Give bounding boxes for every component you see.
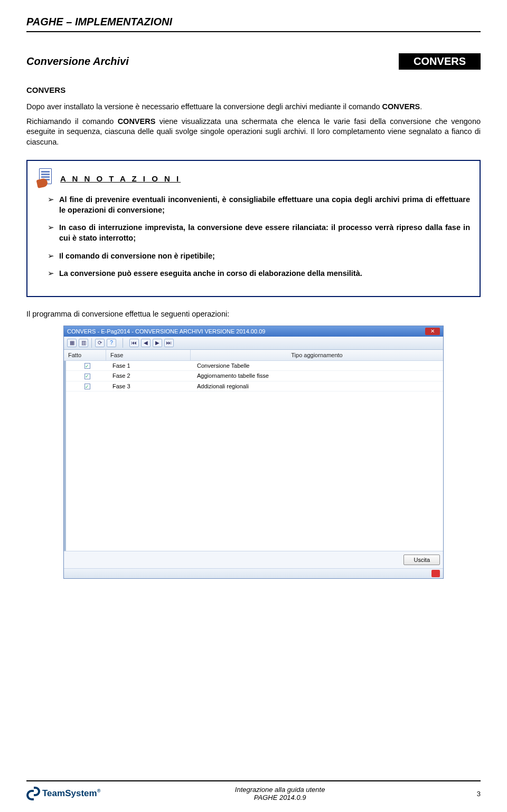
annotations-box: A N N O T A Z I O N I Al fine di preveni… — [26, 160, 481, 297]
refresh-icon[interactable]: ⟳ — [95, 339, 105, 347]
brand-text: TeamSystem — [42, 788, 97, 798]
page-footer: TeamSystem® Integrazione alla guida uten… — [26, 780, 481, 801]
section-title: Conversione Archivi — [26, 55, 129, 68]
annotations-list: Al fine di prevenire eventuali inconveni… — [37, 195, 470, 279]
toolbar-button[interactable]: ▦ — [67, 339, 77, 347]
toolbar-group-left: ▦ ▥ ⟳ ? — [67, 338, 116, 348]
intro-after: Il programma di conversione effettua le … — [26, 310, 481, 318]
page-number: 3 — [459, 790, 481, 798]
app-title: CONVERS - E-Pag2014 - CONVERSIONE ARCHIV… — [67, 328, 265, 335]
para1-pre: Dopo aver installato la versione è neces… — [26, 102, 382, 111]
app-titlebar[interactable]: CONVERS - E-Pag2014 - CONVERSIONE ARCHIV… — [64, 326, 443, 337]
table-row[interactable]: ✓ Fase 2 Aggiornamento tabelle fisse — [66, 371, 443, 381]
col-tipo: Tipo aggiornamento — [191, 350, 443, 360]
footer-line2: PAGHE 2014.0.9 — [100, 794, 459, 801]
checkbox-checked-icon[interactable]: ✓ — [84, 374, 90, 379]
footer-center: Integrazione alla guida utente PAGHE 201… — [100, 786, 459, 801]
page-header-title: PAGHE – IMPLEMENTAZIONI — [26, 16, 172, 27]
exit-button[interactable]: Uscita — [403, 555, 440, 565]
table-row[interactable]: ✓ Fase 3 Addizionali regionali — [66, 381, 443, 392]
first-icon[interactable]: ⏮ — [129, 339, 139, 347]
toolbar-separator — [91, 338, 92, 348]
grid-body: ✓ Fase 1 Conversione Tabelle ✓ Fase 2 Ag… — [64, 361, 443, 551]
para1-bold: CONVERS — [382, 102, 420, 111]
cell-desc: Aggiornamento tabelle fisse — [193, 371, 443, 381]
stop-icon[interactable] — [431, 570, 440, 577]
checkbox-checked-icon[interactable]: ✓ — [84, 384, 90, 389]
brand-name: TeamSystem® — [42, 788, 100, 799]
table-row[interactable]: ✓ Fase 1 Conversione Tabelle — [66, 361, 443, 371]
last-icon[interactable]: ⏭ — [164, 339, 174, 347]
checkbox-checked-icon[interactable]: ✓ — [84, 363, 90, 369]
section-tag: CONVERS — [399, 53, 481, 70]
cell-fase: Fase 1 — [108, 361, 193, 371]
page-header: PAGHE – IMPLEMENTAZIONI — [26, 16, 481, 32]
help-icon[interactable]: ? — [107, 339, 116, 347]
annotation-item: Al fine di prevenire eventuali inconveni… — [48, 195, 470, 215]
status-strip — [64, 568, 443, 578]
cell-fase: Fase 3 — [108, 381, 193, 392]
brand-logo: TeamSystem® — [26, 787, 100, 800]
close-icon[interactable]: ✕ — [425, 328, 440, 335]
cell-desc: Conversione Tabelle — [193, 361, 443, 371]
col-fase: Fase — [106, 350, 191, 360]
grid-header: Fatto Fase Tipo aggiornamento — [64, 350, 443, 361]
annotation-item: La conversione può essere eseguita anche… — [48, 269, 470, 279]
paragraph-1: Dopo aver installato la versione è neces… — [26, 102, 481, 112]
next-icon[interactable]: ▶ — [153, 339, 162, 347]
annotations-title: A N N O T A Z I O N I — [60, 174, 181, 183]
toolbar-button[interactable]: ▥ — [79, 339, 88, 347]
toolbar-separator — [123, 338, 123, 348]
annotation-item: Il comando di conversione non è ripetibi… — [48, 251, 470, 262]
para2-bold: CONVERS — [118, 117, 156, 126]
cell-desc: Addizionali regionali — [193, 381, 443, 392]
section-subhead: CONVERS — [26, 85, 481, 94]
app-window: CONVERS - E-Pag2014 - CONVERSIONE ARCHIV… — [63, 326, 444, 579]
note-icon — [37, 168, 55, 188]
prev-icon[interactable]: ◀ — [141, 339, 151, 347]
app-toolbar: ▦ ▥ ⟳ ? ⏮ ◀ ▶ ⏭ — [64, 337, 443, 350]
brand-logo-icon — [26, 787, 40, 800]
para2-a: Richiamando il comando — [26, 117, 118, 126]
paragraph-2: Richiamando il comando CONVERS viene vis… — [26, 117, 481, 148]
cell-fase: Fase 2 — [108, 371, 193, 381]
para1-post: . — [420, 102, 422, 111]
annotation-item: In caso di interruzione imprevista, la c… — [48, 223, 470, 243]
footer-line1: Integrazione alla guida utente — [100, 786, 459, 794]
toolbar-group-nav: ⏮ ◀ ▶ ⏭ — [129, 339, 174, 347]
section-row: Conversione Archivi CONVERS — [26, 53, 481, 70]
annotations-head: A N N O T A Z I O N I — [37, 168, 470, 188]
col-fatto: Fatto — [64, 350, 106, 360]
app-footer: Uscita — [64, 551, 443, 568]
